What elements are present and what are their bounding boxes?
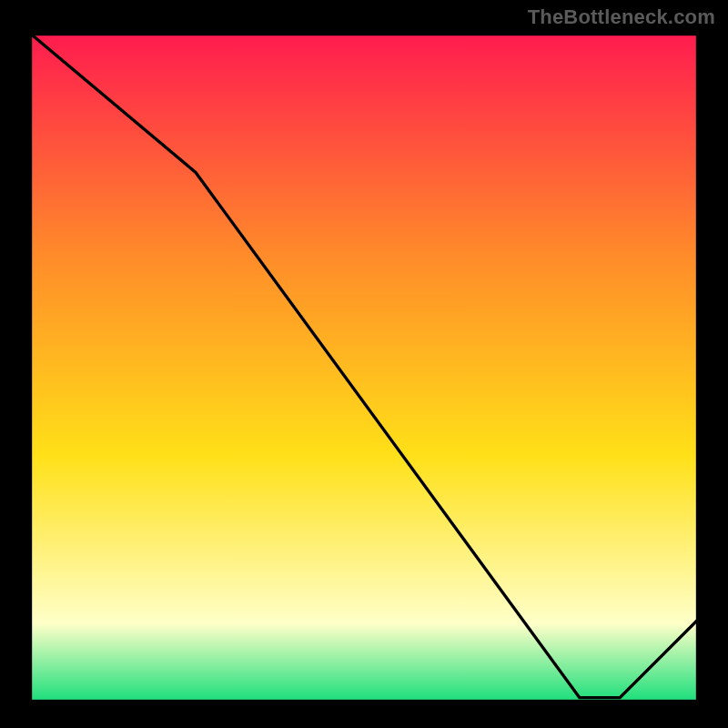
plot-area — [27, 31, 701, 704]
plot-background — [27, 31, 701, 704]
chart-svg — [27, 31, 701, 704]
chart-stage: TheBottleneck.com — [0, 0, 728, 728]
watermark-text: TheBottleneck.com — [528, 5, 715, 29]
